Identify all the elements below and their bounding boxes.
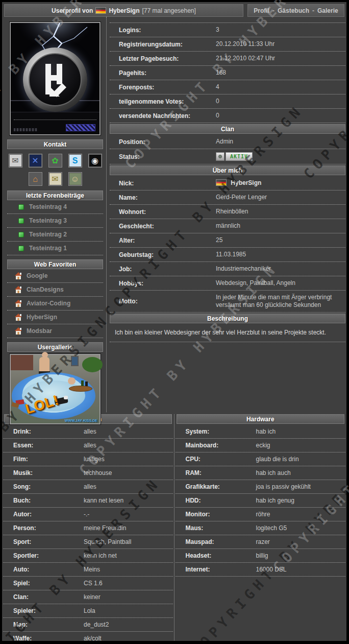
german-flag-icon	[216, 179, 227, 186]
hardware-row: RAM: hab ich auch	[176, 466, 346, 480]
web-favorite-item[interactable]: ClanDesigns	[7, 283, 103, 297]
hardware-row: HDD: hab ich genug	[176, 494, 346, 508]
favorites-rows: Drink: alles Essen: alles Film: lustiges	[3, 425, 173, 641]
hardware-row: System: hab ich	[176, 425, 346, 439]
clan-header: Clan	[110, 124, 345, 134]
bottom-section: Favoriten Drink: alles Essen: alles F	[2, 414, 346, 641]
favorite-row: Sportler: kenn ich net	[3, 549, 173, 563]
favorite-row: Spiel: CS 1.6	[3, 577, 173, 590]
forum-posts-header: letzte Forenbeiträge	[7, 190, 103, 200]
hardware-rows: System: hab ich Mainboard: eckig CPU: gl…	[176, 425, 346, 577]
web-favorite-item[interactable]: Aviator-Coding	[7, 297, 103, 311]
xfire-icon[interactable]: ✕	[29, 154, 42, 168]
icq-icon[interactable]: ✿	[48, 154, 62, 168]
stat-row: Forenposts: 4	[110, 80, 345, 94]
web-favorite-label: ClanDesigns	[27, 286, 64, 293]
about-row: Hobbys: Webdesign, Paintball, Angeln	[110, 276, 345, 291]
profile-nav: Profil - Gästebuch - Galerie	[247, 4, 344, 17]
user-gallery-image[interactable]: LOL! WWW.JAY-KISS.DE	[10, 354, 101, 424]
favorite-row: Waffe: ak/colt	[3, 632, 173, 641]
home-icon	[14, 299, 22, 307]
about-header: Über mich	[110, 165, 345, 175]
about-row: Wohnort: Rheinböllen	[110, 205, 345, 219]
web-favorite-item[interactable]: Google	[7, 269, 103, 283]
skype-icon[interactable]: S	[68, 154, 82, 168]
web-favorite-item[interactable]: Modsbar	[7, 324, 103, 338]
favorite-row: Musik: techhouse	[3, 466, 173, 480]
forum-post-item[interactable]: Testeintrag 3	[7, 214, 103, 228]
forum-post-item[interactable]: Testeintrag 2	[7, 228, 103, 242]
add-buddy-icon[interactable]: ☺	[68, 172, 82, 186]
hardware-header: Hardware	[177, 414, 345, 424]
forum-post-label: Testeintrag 4	[29, 203, 67, 210]
nav-profil-link[interactable]: Profil	[254, 7, 269, 14]
view-count: [77 mal angesehen]	[142, 7, 195, 14]
favorite-row: Buch: kann net lesen	[3, 494, 173, 508]
page-body: Userprofil von HyberSign [77 mal angeseh…	[2, 2, 346, 641]
hardware-row: Monitor: röhre	[176, 508, 346, 521]
forum-post-label: Testeintrag 2	[29, 231, 67, 238]
contact-icons-row1: ✉ ✕ ✿ S ◉	[7, 154, 103, 168]
stat-row: teilgenommene Votes: 0	[110, 94, 345, 109]
about-row: Job: Industriemechaniker	[110, 262, 345, 276]
clan-status-row: Status: AKTIV	[110, 149, 345, 164]
favorite-row: Film: lustiges	[3, 452, 173, 466]
stat-row: Registrierungsdatum: 20.12.2010 11:33 Uh…	[110, 37, 345, 52]
favorite-row: Sport: Squash, Paintball	[3, 535, 173, 549]
status-badge: AKTIV	[216, 152, 253, 161]
about-row: Motto: In jeder Minute die man mit Ärger…	[110, 291, 345, 313]
page-title: Userprofil von HyberSign [77 mal angeseh…	[4, 4, 243, 17]
status-value: AKTIV	[226, 152, 253, 161]
favorite-row: Person: meine Freundin	[3, 521, 173, 535]
favorite-row: Map: de_dust2	[3, 618, 173, 632]
hardware-row: CPU: glaub die is drin	[176, 452, 346, 466]
hardware-row: Headset: billig	[176, 549, 346, 563]
green-cube-icon	[18, 218, 24, 224]
favorite-row: Clan: keiner	[3, 590, 173, 604]
steam-icon[interactable]: ◉	[88, 154, 102, 168]
sidebar: Kontakt ✉ ✕ ✿ S	[2, 17, 106, 412]
forum-post-label: Testeintrag 1	[29, 245, 67, 252]
gallery-header: Usergallerie	[7, 342, 103, 352]
green-cube-icon	[18, 246, 24, 251]
hardware-row: Grafikkarte: joa is passiv gekühlt	[176, 480, 346, 494]
avatar-logo-ring	[23, 47, 87, 112]
hardware-row: Maus: logitech G5	[176, 521, 346, 535]
about-row: Alter: 25	[110, 233, 345, 248]
nav-galerie-link[interactable]: Galerie	[317, 7, 338, 14]
nick-row: Nick: HyberSign	[110, 176, 345, 190]
web-favorites-header: Web Favoriten	[7, 259, 103, 269]
nav-separator: -	[272, 7, 275, 14]
forum-post-item[interactable]: Testeintrag 1	[7, 242, 103, 255]
hybersign-logo-icon	[23, 47, 87, 112]
green-cube-icon	[18, 204, 24, 210]
forum-post-item[interactable]: Testeintrag 4	[7, 200, 103, 214]
web-favorite-label: Aviator-Coding	[27, 300, 70, 307]
forum-post-label: Testeintrag 3	[29, 217, 67, 224]
about-row: Geschlecht: männlich	[110, 219, 345, 233]
home-icon	[14, 327, 22, 335]
hardware-row: Mauspad: razer	[176, 535, 346, 549]
title-username: HyberSign	[109, 7, 139, 14]
web-favorite-item[interactable]: HyberSign	[7, 311, 103, 324]
about-rows: Name: Gerd-Peter Lenger Wohnort: Rheinbö…	[110, 190, 345, 313]
status-stamp-icon	[216, 152, 225, 161]
gallery-watermark: WWW.JAY-KISS.DE	[65, 419, 97, 422]
kontakt-header: Kontakt	[7, 139, 103, 149]
contact-icons-row2: ⌂ ✉ ☺	[7, 172, 103, 186]
web-favorite-label: Modsbar	[27, 327, 52, 335]
green-cube-icon	[18, 232, 24, 237]
description-text: Ich bin ein kleiner Webdesigner der sehr…	[110, 324, 345, 342]
email-icon[interactable]: ✉	[9, 154, 22, 168]
description-header: Beschreibung	[110, 314, 345, 323]
favorite-row: Spieler: Lola	[3, 604, 173, 618]
private-message-icon[interactable]: ✉	[48, 172, 62, 186]
home-icon	[14, 313, 22, 321]
nav-separator: -	[312, 7, 314, 14]
nav-gaestebuch-link[interactable]: Gästebuch	[278, 7, 309, 14]
home-icon	[14, 272, 22, 280]
stat-row: Letzter Pagebesuch: 21.12.2010 02:47 Uhr	[110, 52, 345, 66]
top-bars: Userprofil von HyberSign [77 mal angeseh…	[4, 4, 344, 17]
homepage-icon[interactable]: ⌂	[29, 172, 42, 186]
main-area: Logins: 3 Registrierungsdatum: 20.12.201…	[106, 17, 346, 412]
